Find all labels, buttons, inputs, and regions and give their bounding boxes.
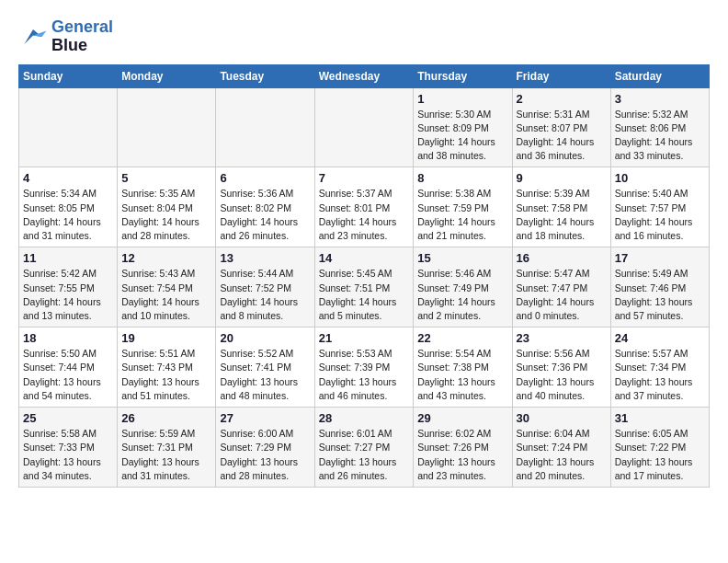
day-number: 22 (417, 331, 507, 345)
day-number: 3 (615, 92, 705, 106)
calendar-cell: 28Sunrise: 6:01 AM Sunset: 7:27 PM Dayli… (314, 408, 414, 488)
day-info: Sunrise: 5:45 AM Sunset: 7:51 PM Dayligh… (319, 267, 410, 323)
day-info: Sunrise: 5:37 AM Sunset: 8:01 PM Dayligh… (319, 187, 410, 243)
day-info: Sunrise: 6:02 AM Sunset: 7:26 PM Dayligh… (417, 427, 507, 483)
day-info: Sunrise: 5:47 AM Sunset: 7:47 PM Dayligh… (517, 267, 607, 323)
calendar-cell: 24Sunrise: 5:57 AM Sunset: 7:34 PM Dayli… (610, 327, 709, 408)
day-info: Sunrise: 5:42 AM Sunset: 7:55 PM Dayligh… (23, 267, 113, 323)
day-info: Sunrise: 5:32 AM Sunset: 8:06 PM Dayligh… (615, 108, 705, 164)
calendar-week-3: 11Sunrise: 5:42 AM Sunset: 7:55 PM Dayli… (19, 247, 710, 327)
calendar-cell: 8Sunrise: 5:38 AM Sunset: 7:59 PM Daylig… (414, 167, 512, 247)
day-info: Sunrise: 5:43 AM Sunset: 7:54 PM Dayligh… (121, 267, 211, 323)
day-number: 11 (23, 251, 113, 265)
day-number: 17 (615, 251, 705, 265)
calendar-cell (118, 87, 216, 167)
calendar-cell: 11Sunrise: 5:42 AM Sunset: 7:55 PM Dayli… (19, 247, 118, 327)
svg-marker-0 (24, 29, 41, 44)
day-info: Sunrise: 5:59 AM Sunset: 7:31 PM Dayligh… (121, 427, 211, 483)
weekday-header-monday: Monday (118, 64, 216, 87)
day-number: 12 (121, 251, 211, 265)
calendar-cell: 29Sunrise: 6:02 AM Sunset: 7:26 PM Dayli… (414, 408, 512, 488)
day-info: Sunrise: 6:01 AM Sunset: 7:27 PM Dayligh… (319, 427, 410, 483)
day-info: Sunrise: 5:53 AM Sunset: 7:39 PM Dayligh… (319, 347, 410, 403)
day-number: 18 (23, 331, 113, 345)
day-info: Sunrise: 5:50 AM Sunset: 7:44 PM Dayligh… (23, 347, 113, 403)
calendar-cell: 10Sunrise: 5:40 AM Sunset: 7:57 PM Dayli… (610, 167, 709, 247)
calendar-cell: 30Sunrise: 6:04 AM Sunset: 7:24 PM Dayli… (512, 408, 610, 488)
calendar-cell: 7Sunrise: 5:37 AM Sunset: 8:01 PM Daylig… (314, 167, 414, 247)
day-number: 14 (319, 251, 410, 265)
calendar-cell (19, 87, 118, 167)
calendar-cell: 2Sunrise: 5:31 AM Sunset: 8:07 PM Daylig… (512, 87, 610, 167)
day-number: 1 (417, 92, 507, 106)
day-info: Sunrise: 5:44 AM Sunset: 7:52 PM Dayligh… (220, 267, 310, 323)
day-number: 19 (121, 331, 211, 345)
day-number: 23 (517, 331, 607, 345)
calendar-week-4: 18Sunrise: 5:50 AM Sunset: 7:44 PM Dayli… (19, 327, 710, 408)
day-info: Sunrise: 5:38 AM Sunset: 7:59 PM Dayligh… (417, 187, 507, 243)
logo-text: General Blue (51, 18, 113, 55)
calendar-cell: 26Sunrise: 5:59 AM Sunset: 7:31 PM Dayli… (118, 408, 216, 488)
day-info: Sunrise: 5:54 AM Sunset: 7:38 PM Dayligh… (417, 347, 507, 403)
weekday-header-friday: Friday (512, 64, 610, 87)
calendar-cell: 3Sunrise: 5:32 AM Sunset: 8:06 PM Daylig… (610, 87, 709, 167)
calendar-cell: 25Sunrise: 5:58 AM Sunset: 7:33 PM Dayli… (19, 408, 118, 488)
calendar-header: SundayMondayTuesdayWednesdayThursdayFrid… (19, 64, 710, 87)
day-number: 8 (417, 171, 507, 185)
day-info: Sunrise: 5:56 AM Sunset: 7:36 PM Dayligh… (517, 347, 607, 403)
day-number: 29 (417, 411, 507, 425)
calendar-cell: 23Sunrise: 5:56 AM Sunset: 7:36 PM Dayli… (512, 327, 610, 408)
logo: General Blue (18, 18, 113, 55)
day-info: Sunrise: 6:05 AM Sunset: 7:22 PM Dayligh… (615, 427, 705, 483)
weekday-header-tuesday: Tuesday (216, 64, 314, 87)
day-number: 28 (319, 411, 410, 425)
day-info: Sunrise: 6:04 AM Sunset: 7:24 PM Dayligh… (517, 427, 607, 483)
calendar-cell: 18Sunrise: 5:50 AM Sunset: 7:44 PM Dayli… (19, 327, 118, 408)
calendar-cell (216, 87, 314, 167)
day-info: Sunrise: 5:36 AM Sunset: 8:02 PM Dayligh… (220, 187, 310, 243)
day-info: Sunrise: 5:39 AM Sunset: 7:58 PM Dayligh… (517, 187, 607, 243)
day-info: Sunrise: 5:51 AM Sunset: 7:43 PM Dayligh… (121, 347, 211, 403)
weekday-header-sunday: Sunday (19, 64, 118, 87)
day-info: Sunrise: 5:40 AM Sunset: 7:57 PM Dayligh… (615, 187, 705, 243)
weekday-header-wednesday: Wednesday (314, 64, 414, 87)
day-info: Sunrise: 6:00 AM Sunset: 7:29 PM Dayligh… (220, 427, 310, 483)
day-number: 2 (517, 92, 607, 106)
calendar-cell: 5Sunrise: 5:35 AM Sunset: 8:04 PM Daylig… (118, 167, 216, 247)
day-number: 5 (121, 171, 211, 185)
calendar-cell: 21Sunrise: 5:53 AM Sunset: 7:39 PM Dayli… (314, 327, 414, 408)
day-number: 9 (517, 171, 607, 185)
day-number: 10 (615, 171, 705, 185)
calendar-week-1: 1Sunrise: 5:30 AM Sunset: 8:09 PM Daylig… (19, 87, 710, 167)
day-info: Sunrise: 5:58 AM Sunset: 7:33 PM Dayligh… (23, 427, 113, 483)
day-info: Sunrise: 5:34 AM Sunset: 8:05 PM Dayligh… (23, 187, 113, 243)
page-header: General Blue (18, 18, 710, 55)
day-number: 30 (517, 411, 607, 425)
calendar-cell: 14Sunrise: 5:45 AM Sunset: 7:51 PM Dayli… (314, 247, 414, 327)
calendar-cell: 22Sunrise: 5:54 AM Sunset: 7:38 PM Dayli… (414, 327, 512, 408)
day-number: 31 (615, 411, 705, 425)
day-number: 24 (615, 331, 705, 345)
day-number: 4 (23, 171, 113, 185)
logo-icon (18, 22, 48, 52)
calendar-cell: 19Sunrise: 5:51 AM Sunset: 7:43 PM Dayli… (118, 327, 216, 408)
calendar-cell: 9Sunrise: 5:39 AM Sunset: 7:58 PM Daylig… (512, 167, 610, 247)
day-number: 20 (220, 331, 310, 345)
day-info: Sunrise: 5:31 AM Sunset: 8:07 PM Dayligh… (517, 108, 607, 164)
calendar-body: 1Sunrise: 5:30 AM Sunset: 8:09 PM Daylig… (19, 87, 710, 487)
calendar-week-2: 4Sunrise: 5:34 AM Sunset: 8:05 PM Daylig… (19, 167, 710, 247)
day-info: Sunrise: 5:35 AM Sunset: 8:04 PM Dayligh… (121, 187, 211, 243)
weekday-header-saturday: Saturday (610, 64, 709, 87)
calendar-cell: 1Sunrise: 5:30 AM Sunset: 8:09 PM Daylig… (414, 87, 512, 167)
day-number: 6 (220, 171, 310, 185)
calendar-cell: 20Sunrise: 5:52 AM Sunset: 7:41 PM Dayli… (216, 327, 314, 408)
calendar-week-5: 25Sunrise: 5:58 AM Sunset: 7:33 PM Dayli… (19, 408, 710, 488)
day-number: 26 (121, 411, 211, 425)
day-info: Sunrise: 5:46 AM Sunset: 7:49 PM Dayligh… (417, 267, 507, 323)
calendar-cell (314, 87, 414, 167)
day-number: 13 (220, 251, 310, 265)
day-info: Sunrise: 5:30 AM Sunset: 8:09 PM Dayligh… (417, 108, 507, 164)
calendar-cell: 15Sunrise: 5:46 AM Sunset: 7:49 PM Dayli… (414, 247, 512, 327)
calendar-cell: 12Sunrise: 5:43 AM Sunset: 7:54 PM Dayli… (118, 247, 216, 327)
weekday-header-row: SundayMondayTuesdayWednesdayThursdayFrid… (19, 64, 710, 87)
